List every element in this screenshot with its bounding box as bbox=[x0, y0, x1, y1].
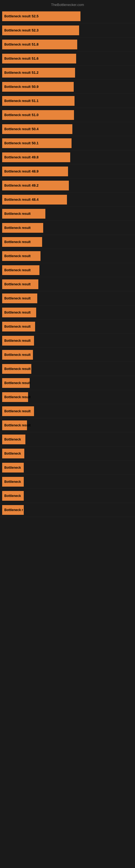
bar-label: Bottleneck result bbox=[4, 14, 31, 18]
bar-value: 51.2 bbox=[32, 70, 38, 74]
bar-value: 49.2 bbox=[32, 183, 38, 187]
bar: Bottleneck result bbox=[2, 209, 45, 219]
bar-value: 50.4 bbox=[32, 127, 38, 131]
bar: Bottleneck result bbox=[2, 265, 39, 275]
bar-row: Bottleneck result bbox=[0, 376, 135, 390]
bar-label: Bottleneck result bbox=[4, 282, 31, 286]
bar: Bottleneck bbox=[2, 448, 24, 458]
bar-wrapper: Bottleneck result bbox=[0, 350, 135, 360]
bar: Bottleneck result50.9 bbox=[2, 82, 74, 92]
bar-row: Bottleneck result51.0 bbox=[0, 108, 135, 122]
bar-value: 48.9 bbox=[32, 169, 38, 173]
bar-row: Bottleneck result bbox=[0, 235, 135, 249]
bar: Bottleneck result51.8 bbox=[2, 40, 77, 50]
bar-wrapper: Bottleneck result bbox=[0, 364, 135, 374]
bar-wrapper: Bottleneck result52.3 bbox=[0, 26, 135, 35]
bar-row: Bottleneck result bbox=[0, 221, 135, 235]
bar: Bottleneck result52.3 bbox=[2, 26, 79, 35]
bar-row: Bottleneck result bbox=[0, 362, 135, 376]
bar-wrapper: Bottleneck bbox=[0, 435, 135, 444]
bar-label: Bottleneck bbox=[4, 437, 21, 441]
bar-row: Bottleneck result bbox=[0, 334, 135, 348]
bar-wrapper: Bottleneck result bbox=[0, 392, 135, 402]
bar-row: Bottleneck result bbox=[0, 277, 135, 291]
bar-value: 48.4 bbox=[32, 197, 38, 202]
bar-row: Bottleneck result bbox=[0, 291, 135, 305]
bar-row: Bottleneck bbox=[0, 446, 135, 461]
bar: Bottleneck bbox=[2, 463, 24, 472]
bar: Bottleneck result48.9 bbox=[2, 166, 68, 176]
bar-row: Bottleneck result50.9 bbox=[0, 80, 135, 94]
bar-value: 50.1 bbox=[32, 141, 38, 145]
bar-label: Bottleneck result bbox=[4, 268, 31, 272]
bars-container: Bottleneck result52.5Bottleneck result52… bbox=[0, 8, 135, 518]
bar-wrapper: Bottleneck result49.2 bbox=[0, 181, 135, 190]
bar-wrapper: Bottleneck bbox=[0, 491, 135, 501]
bar-value: 52.5 bbox=[32, 14, 38, 18]
bar-row: Bottleneck result50.1 bbox=[0, 136, 135, 150]
bar-wrapper: Bottleneck result bbox=[0, 406, 135, 416]
bar-label: Bottleneck result bbox=[4, 212, 31, 216]
bar-row: Bottleneck result50.4 bbox=[0, 122, 135, 136]
bar: Bottleneck result bbox=[2, 293, 37, 303]
bar-row: Bottleneck result51.1 bbox=[0, 94, 135, 108]
bar-row: Bottleneck result51.2 bbox=[0, 66, 135, 80]
bar: Bottleneck result bbox=[2, 237, 42, 247]
bar: Bottleneck result bbox=[2, 336, 34, 346]
bar-label: Bottleneck result bbox=[4, 169, 31, 173]
bar-row: Bottleneck result bbox=[0, 404, 135, 418]
bar-row: Bottleneck result49.8 bbox=[0, 150, 135, 164]
bar-value: 51.0 bbox=[32, 113, 38, 117]
bar-label: Bottleneck result bbox=[4, 254, 31, 258]
bar-wrapper: Bottleneck result51.8 bbox=[0, 40, 135, 50]
bar-wrapper: Bottleneck result48.4 bbox=[0, 195, 135, 205]
bar-label: Bottleneck result bbox=[4, 127, 31, 131]
bar-row: Bottleneck bbox=[0, 475, 135, 489]
bar-row: Bottleneck r bbox=[0, 503, 135, 517]
bar-wrapper: Bottleneck result bbox=[0, 223, 135, 233]
bar-wrapper: Bottleneck result50.4 bbox=[0, 124, 135, 134]
bar-label: Bottleneck result bbox=[4, 395, 31, 399]
bar-wrapper: Bottleneck result bbox=[0, 322, 135, 332]
bar-row: Bottleneck result bbox=[0, 249, 135, 263]
bar: Bottleneck result bbox=[2, 322, 35, 332]
bar-row: Bottleneck result bbox=[0, 207, 135, 221]
bar-value: 51.8 bbox=[32, 42, 38, 46]
bar-wrapper: Bottleneck result51.2 bbox=[0, 68, 135, 78]
bar: Bottleneck result bbox=[2, 406, 34, 416]
bar-wrapper: Bottleneck result bbox=[0, 308, 135, 317]
bar-row: Bottleneck bbox=[0, 489, 135, 503]
bar-label: Bottleneck bbox=[4, 494, 21, 498]
bar-row: Bottleneck result48.9 bbox=[0, 164, 135, 179]
bar-value: 50.9 bbox=[32, 85, 38, 89]
bar-row: Bottleneck result52.3 bbox=[0, 23, 135, 37]
bar-wrapper: Bottleneck result50.9 bbox=[0, 82, 135, 92]
bar-label: Bottleneck result bbox=[4, 367, 31, 371]
bar-label: Bottleneck r bbox=[4, 508, 23, 512]
bar-wrapper: Bottleneck bbox=[0, 448, 135, 458]
bar-wrapper: Bottleneck result49.8 bbox=[0, 152, 135, 162]
bar-value: 51.1 bbox=[32, 99, 38, 103]
bar-label: Bottleneck result bbox=[4, 311, 31, 314]
bar-wrapper: Bottleneck r bbox=[0, 505, 135, 515]
bar-label: Bottleneck result bbox=[4, 85, 31, 89]
bar-wrapper: Bottleneck result48.9 bbox=[0, 166, 135, 176]
bar-wrapper: Bottleneck result bbox=[0, 336, 135, 346]
bar-wrapper: Bottleneck result51.1 bbox=[0, 96, 135, 106]
bar-label: Bottleneck bbox=[4, 452, 21, 456]
bar-wrapper: Bottleneck result bbox=[0, 279, 135, 289]
bar: Bottleneck result51.0 bbox=[2, 110, 74, 120]
bar: Bottleneck result50.1 bbox=[2, 138, 72, 148]
bar-wrapper: Bottleneck result bbox=[0, 251, 135, 261]
bar-row: Bottleneck result51.6 bbox=[0, 52, 135, 66]
bar: Bottleneck result bbox=[2, 308, 36, 317]
bar: Bottleneck result48.4 bbox=[2, 195, 67, 205]
bar-row: Bottleneck result bbox=[0, 305, 135, 319]
bar-label: Bottleneck result bbox=[4, 113, 31, 117]
bar-row: Bottleneck result bbox=[0, 390, 135, 404]
bar-wrapper: Bottleneck result bbox=[0, 209, 135, 219]
bar: Bottleneck result50.4 bbox=[2, 124, 72, 134]
bar: Bottleneck bbox=[2, 491, 24, 501]
bar-row: Bottleneck bbox=[0, 461, 135, 475]
bar: Bottleneck result49.2 bbox=[2, 181, 69, 190]
